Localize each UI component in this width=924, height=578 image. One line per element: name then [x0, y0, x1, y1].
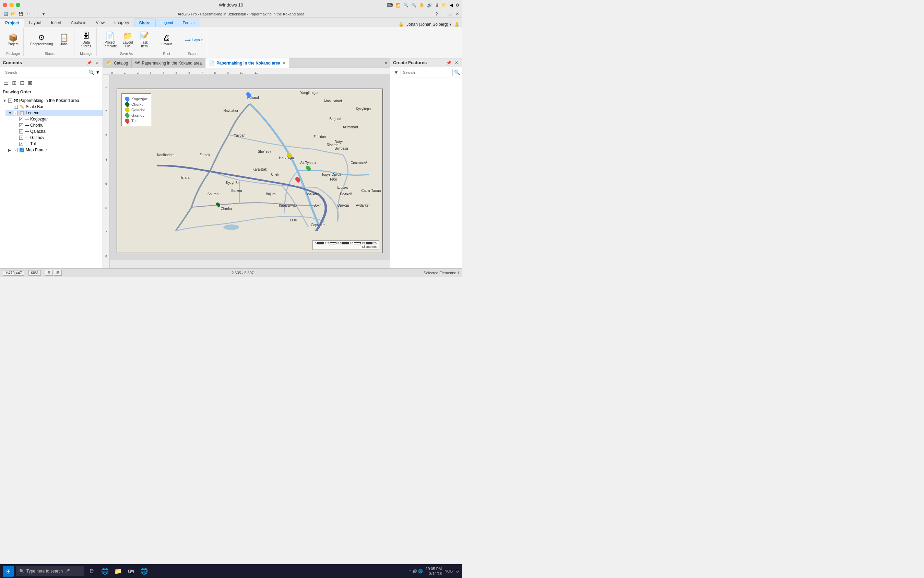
tab-layout[interactable]: 📄 Papermaking in the Kokand area ✕	[206, 58, 289, 68]
contents-search-button[interactable]: 🔍	[89, 70, 94, 75]
tab-analysis[interactable]: Analysis	[66, 18, 91, 27]
display-btn-2[interactable]: ⊟	[54, 270, 62, 276]
checkbox-map[interactable]	[8, 99, 12, 102]
expand-mapframe-icon[interactable]: ▶	[8, 148, 12, 153]
city-ormosh: Ормош	[338, 203, 349, 207]
legend-item-tul: Tul	[125, 119, 147, 123]
tree-item-map[interactable]: ▼ 🗺 Papermaking in the Kokand area	[0, 97, 102, 104]
geoprocessing-button[interactable]: ⚙ Geoprocessing	[28, 32, 55, 47]
ribbon-group-status: ⚙ Geoprocessing 📋 Jobs Status	[25, 28, 74, 56]
tab-view[interactable]: View	[91, 18, 109, 27]
pin-button[interactable]: 📌	[86, 60, 93, 65]
checkbox-chorku[interactable]	[19, 123, 23, 127]
filter-icon[interactable]: ▼	[393, 69, 399, 76]
catalog-tab-label: Catalog	[114, 61, 128, 65]
undo-button[interactable]: ↩	[25, 11, 32, 17]
checkbox-gaznov[interactable]	[19, 136, 23, 140]
open-button[interactable]: 📂	[10, 11, 16, 17]
tree-item-scalebar[interactable]: 📏 Scale Bar	[5, 104, 102, 110]
project-button[interactable]: 📦 Project	[5, 32, 21, 47]
checkbox-tul[interactable]	[19, 142, 23, 146]
right-search-input[interactable]	[401, 69, 453, 76]
close-app-button[interactable]: ✕	[455, 11, 459, 16]
tree-item-kogozgar[interactable]: — Kogozgar	[11, 116, 102, 122]
legend-label: Legend	[26, 110, 39, 115]
close-button[interactable]	[3, 3, 7, 7]
manage-label: Manage	[80, 52, 92, 56]
checkbox-kogozgar[interactable]	[19, 117, 23, 121]
layout-file-button[interactable]: 📁 LayoutFile	[120, 31, 136, 49]
tree-item-mapframe[interactable]: ▶ 🗾 Map Frame	[5, 147, 102, 153]
map-viewport[interactable]: 0 1 2 3 4 5 6 7 8 9 10 11 12345 678	[103, 68, 390, 268]
qalacha-label: Qalacha	[30, 129, 45, 134]
right-panel-close[interactable]: ✕	[454, 60, 459, 65]
display-btn-1[interactable]: ⊞	[45, 270, 53, 276]
checkbox-mapframe[interactable]	[14, 148, 18, 152]
zoom-button[interactable]: 60%	[29, 270, 41, 276]
maximize-button[interactable]	[16, 3, 20, 7]
tab-layout[interactable]: Layout	[24, 18, 46, 27]
minimize-button[interactable]	[9, 3, 14, 7]
checkbox-legend[interactable]	[14, 111, 18, 115]
tree-item-gaznov[interactable]: — Gaznov	[11, 135, 102, 141]
tab-format[interactable]: Format	[178, 18, 200, 27]
minimize-ribbon-button[interactable]: −	[442, 11, 445, 16]
tab-imagery[interactable]: Imagery	[109, 18, 134, 27]
list-view-button[interactable]: ☰	[3, 79, 10, 86]
right-search-button[interactable]: 🔍	[454, 70, 460, 75]
city-karabulak: Кара-Булак	[279, 203, 297, 207]
grid-view-button[interactable]: ⊞	[11, 79, 18, 86]
collapse-button[interactable]: ⊠	[27, 79, 33, 86]
city-sorment: Сормент	[311, 223, 325, 227]
data-stores-button[interactable]: 🗄 DataStores	[79, 31, 94, 49]
gaznov-line-icon: —	[25, 135, 29, 140]
city-sarytala: Сары-Талаа	[361, 189, 381, 193]
contents-search-options[interactable]: ▼	[96, 70, 100, 75]
notification-icon[interactable]: 🔔	[454, 22, 459, 27]
project-template-button[interactable]: 📄 ProjectTemplate	[101, 31, 119, 49]
ribbon-group-saveas: 📄 ProjectTemplate 📁 LayoutFile 📝 TaskIte…	[98, 28, 155, 56]
tree-item-legend[interactable]: ▼ 📋 Legend	[5, 110, 102, 116]
svg-rect-0	[117, 89, 382, 253]
customize-button[interactable]: ▼	[40, 11, 47, 17]
restore-button[interactable]: □	[448, 11, 451, 16]
ribbon-group-package: 📦 Project Package	[3, 28, 24, 56]
tab-project[interactable]: Project	[0, 18, 24, 27]
panel-close-button[interactable]: ✕	[94, 60, 100, 65]
jobs-button[interactable]: 📋 Jobs	[56, 32, 71, 47]
checkbox-scalebar[interactable]	[14, 105, 18, 109]
redo-button[interactable]: ↪	[33, 11, 39, 17]
right-search-dropdown[interactable]: ▼	[461, 70, 462, 75]
city-sokh: Sokh	[314, 203, 321, 207]
coordinates-display: 2.635 - 5.807	[231, 271, 254, 275]
help-button[interactable]: ?	[435, 11, 438, 16]
layout-tab-close[interactable]: ✕	[282, 61, 285, 65]
tab-scroll-arrow[interactable]: ▼	[382, 61, 390, 65]
title-bar: Windows 10 ⌨ 📶 🔍 🔍 ✋ 🔊 🖥 📁 ◀ ⚙	[0, 0, 462, 10]
tab-insert[interactable]: Insert	[46, 18, 66, 27]
tab-map1[interactable]: 🗺 Papermaking in the Kokand area	[132, 58, 206, 68]
new-button[interactable]: 🆕	[3, 11, 9, 17]
drawing-order-label: Drawing Order	[0, 88, 102, 96]
expand-legend-icon[interactable]: ▼	[8, 111, 12, 115]
contents-search-input[interactable]	[3, 69, 87, 76]
checkbox-qalacha[interactable]	[19, 129, 23, 133]
tree-view-button[interactable]: ⊟	[19, 79, 25, 86]
save-button[interactable]: 💾	[18, 11, 24, 17]
tab-share[interactable]: Share	[134, 18, 156, 27]
layout-print-button[interactable]: 🖨 Layout	[159, 32, 174, 47]
scale-button[interactable]: 1:470,447	[3, 270, 24, 276]
expand-map-icon[interactable]: ▼	[3, 99, 7, 102]
tab-legend[interactable]: Legend	[156, 18, 178, 27]
layout-export-button[interactable]: → Layout	[181, 33, 204, 47]
city-bagdad: Bagdad	[329, 117, 341, 121]
right-panel-pin[interactable]: 📌	[445, 60, 452, 65]
window-controls[interactable]	[3, 3, 20, 7]
tree-item-qalacha[interactable]: — Qalacha	[11, 128, 102, 135]
task-item-button[interactable]: 📝 TaskItem	[137, 31, 152, 49]
tab-catalog[interactable]: 📂 Catalog	[103, 58, 132, 68]
tree-item-tul[interactable]: — Tul	[11, 141, 102, 147]
screen-icon: 🔍	[411, 3, 416, 8]
map-frame[interactable]: Kokand Yangikurgan Matkulabad Kyzyltepa …	[117, 89, 383, 253]
tree-item-chorku[interactable]: — Chorku	[11, 122, 102, 128]
